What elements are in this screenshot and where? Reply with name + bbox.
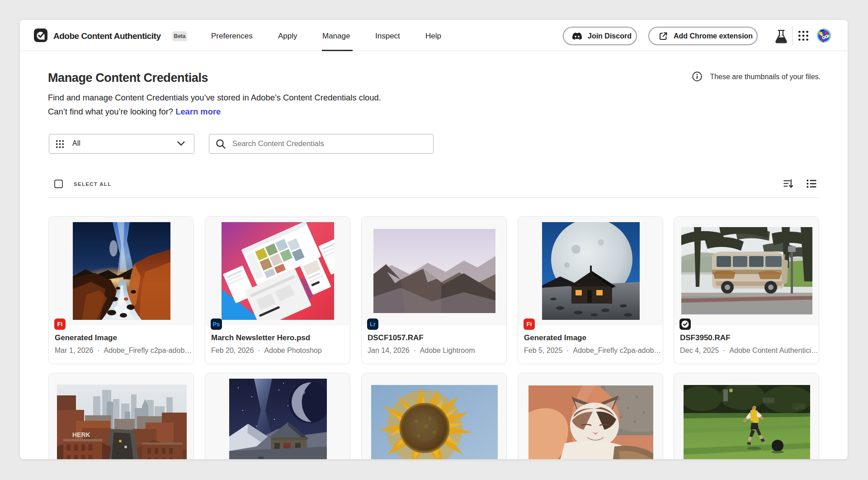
svg-text:HERK: HERK bbox=[72, 431, 90, 438]
